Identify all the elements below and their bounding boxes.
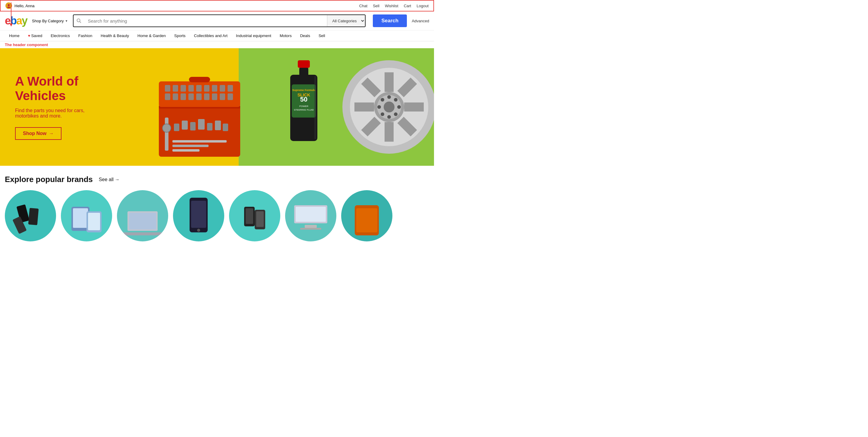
brand-circle-1[interactable]: [5, 190, 56, 241]
hero-banner: A World of Vehicles Find the parts you n…: [0, 48, 434, 166]
svg-text:50: 50: [300, 96, 307, 103]
nav-industrial[interactable]: Industrial equipment: [232, 30, 276, 41]
svg-rect-12: [196, 85, 202, 92]
brand-circle-3[interactable]: [117, 190, 168, 241]
svg-rect-19: [181, 93, 186, 100]
svg-rect-92: [356, 208, 377, 232]
nav-health-beauty[interactable]: Health & Beauty: [96, 30, 133, 41]
nav-motors[interactable]: Motors: [276, 30, 296, 41]
svg-rect-47: [314, 76, 316, 139]
see-all-arrow-icon: →: [115, 177, 120, 182]
svg-point-66: [381, 98, 384, 101]
svg-rect-25: [227, 93, 233, 100]
shop-by-category[interactable]: Shop By Category ▼: [32, 19, 68, 23]
svg-rect-14: [212, 85, 217, 92]
svg-rect-84: [246, 208, 253, 224]
hero-right-products: Supreme Formula SLICK 50 POWER STEERING …: [260, 48, 434, 166]
svg-rect-31: [198, 119, 205, 130]
brand-circles-row: [5, 190, 429, 241]
svg-rect-13: [204, 85, 210, 92]
arrow-head-down: [10, 24, 13, 27]
sell-link-top[interactable]: Sell: [373, 4, 379, 8]
svg-rect-37: [173, 149, 199, 152]
toolbox-svg: [156, 63, 243, 166]
nav-sports[interactable]: Sports: [170, 30, 190, 41]
svg-text:Supreme Formula: Supreme Formula: [292, 89, 316, 92]
see-all-link[interactable]: See all →: [99, 177, 120, 182]
ebay-logo[interactable]: ebay: [5, 14, 27, 27]
svg-point-65: [397, 105, 401, 109]
nav-sell[interactable]: Sell: [314, 30, 330, 41]
hero-content: A World of Vehicles Find the parts you n…: [0, 48, 139, 166]
nav-home-garden[interactable]: Home & Garden: [133, 30, 170, 41]
advanced-link[interactable]: Advanced: [412, 19, 429, 23]
svg-rect-15: [220, 85, 225, 92]
nav-deals[interactable]: Deals: [296, 30, 314, 41]
shop-now-label: Shop Now: [23, 131, 46, 136]
brand-circle-4[interactable]: [173, 190, 224, 241]
brand-circle-2[interactable]: [61, 190, 112, 241]
svg-rect-90: [300, 228, 321, 230]
brand-product-smartphone-icon: [185, 195, 212, 237]
svg-rect-74: [73, 208, 88, 228]
main-header: ebay Shop By Category ▼ All Categories S…: [0, 11, 434, 30]
brand-circle-5[interactable]: [229, 190, 280, 241]
nav-collectibles[interactable]: Collectibles and Art: [190, 30, 232, 41]
svg-rect-35: [173, 140, 227, 143]
svg-point-62: [387, 95, 391, 99]
category-select[interactable]: All Categories: [327, 15, 365, 27]
wishlist-link[interactable]: Wishlist: [385, 4, 398, 8]
top-bar-right: Chat Sell Wishlist Cart Logout: [359, 4, 429, 8]
chat-link[interactable]: Chat: [359, 4, 367, 8]
svg-point-82: [197, 229, 200, 232]
svg-point-63: [387, 115, 391, 119]
brand-circle-7[interactable]: [341, 190, 393, 241]
logout-link[interactable]: Logout: [416, 4, 429, 8]
hero-subtitle: Find the parts you need for cars,motorbi…: [15, 108, 130, 119]
svg-text:POWER: POWER: [299, 105, 308, 107]
search-icon: [73, 15, 84, 27]
svg-point-61: [384, 101, 395, 113]
search-button[interactable]: Search: [373, 14, 407, 27]
explore-header: Explore popular brands See all →: [5, 175, 429, 184]
nav-home[interactable]: Home: [5, 30, 24, 41]
svg-rect-7: [189, 77, 210, 82]
svg-rect-86: [256, 211, 264, 227]
cart-link[interactable]: Cart: [404, 4, 411, 8]
svg-point-69: [394, 98, 398, 101]
svg-rect-10: [181, 85, 186, 92]
svg-rect-16: [227, 85, 233, 92]
brand-product-electronics-icon: [291, 199, 330, 232]
main-nav: Home ♥ Saved Electronics Fashion Health …: [0, 30, 434, 41]
arrow-annotation: [10, 2, 13, 27]
nav-electronics[interactable]: Electronics: [46, 30, 74, 41]
svg-rect-78: [129, 213, 156, 229]
logo-a: a: [16, 14, 22, 27]
wheel-svg: [353, 57, 410, 157]
svg-point-67: [394, 113, 398, 116]
explore-title: Explore popular brands: [5, 175, 93, 184]
svg-rect-8: [165, 85, 170, 92]
chevron-down-icon: ▼: [65, 19, 68, 23]
brand-product-phones-icon: [12, 202, 49, 241]
search-input[interactable]: [84, 15, 327, 27]
shop-by-category-label: Shop By Category: [32, 19, 64, 23]
svg-line-3: [80, 22, 81, 23]
svg-rect-88: [296, 207, 326, 222]
svg-rect-28: [174, 124, 179, 131]
explore-section: Explore popular brands See all →: [0, 166, 434, 244]
brand-product-tablets-icon: [67, 202, 106, 241]
shop-now-button[interactable]: Shop Now →: [15, 127, 61, 140]
svg-rect-71: [28, 208, 39, 225]
arrow-line: [11, 2, 11, 24]
svg-rect-89: [305, 225, 317, 228]
brand-product-phones2-icon: [235, 202, 274, 241]
svg-rect-26: [165, 118, 168, 151]
brand-circle-6[interactable]: [285, 190, 336, 241]
svg-rect-11: [188, 85, 194, 92]
nav-saved[interactable]: ♥ Saved: [24, 30, 47, 41]
svg-rect-22: [204, 93, 210, 100]
nav-fashion[interactable]: Fashion: [74, 30, 96, 41]
svg-rect-9: [173, 85, 178, 92]
svg-point-27: [162, 124, 171, 132]
